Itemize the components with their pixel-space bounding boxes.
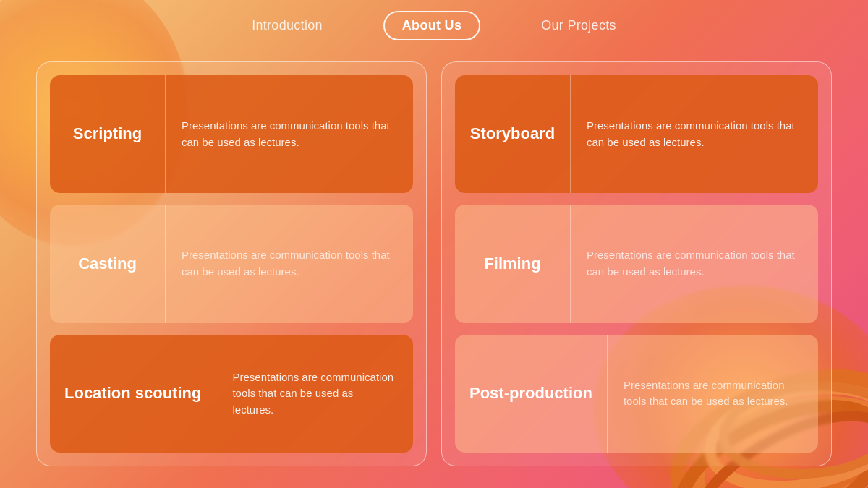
card-location-scouting-title: Location scouting (64, 383, 201, 404)
card-filming[interactable]: Filming Presentations are communication … (455, 205, 818, 322)
card-storyboard[interactable]: Storyboard Presentations are communicati… (455, 75, 818, 193)
card-casting[interactable]: Casting Presentations are communication … (50, 205, 413, 322)
card-filming-title-section: Filming (455, 205, 571, 322)
card-storyboard-title: Storyboard (470, 124, 555, 145)
card-casting-title: Casting (78, 254, 137, 275)
card-casting-desc-section: Presentations are communication tools th… (166, 205, 413, 322)
card-filming-title: Filming (484, 254, 540, 275)
card-storyboard-title-section: Storyboard (455, 75, 571, 193)
card-scripting-title-section: Scripting (50, 75, 166, 193)
card-filming-desc-section: Presentations are communication tools th… (571, 205, 818, 322)
navigation: Introduction About Us Our Projects (0, 0, 868, 51)
nav-our-projects[interactable]: Our Projects (524, 12, 634, 39)
right-panel: Storyboard Presentations are communicati… (441, 61, 832, 466)
card-storyboard-desc-section: Presentations are communication tools th… (571, 75, 818, 193)
card-scripting-description: Presentations are communication tools th… (182, 118, 397, 150)
card-scripting-desc-section: Presentations are communication tools th… (166, 75, 413, 193)
card-post-production-description: Presentations are communication tools th… (624, 377, 802, 410)
left-panel: Scripting Presentations are communicatio… (36, 61, 427, 466)
card-casting-description: Presentations are communication tools th… (182, 247, 397, 280)
card-location-scouting[interactable]: Location scouting Presentations are comm… (50, 335, 413, 453)
nav-about-us[interactable]: About Us (383, 11, 480, 40)
card-post-production-title: Post-production (469, 383, 592, 404)
card-post-production[interactable]: Post-production Presentations are commun… (455, 335, 818, 453)
main-content: Scripting Presentations are communicatio… (36, 61, 832, 466)
card-storyboard-description: Presentations are communication tools th… (587, 118, 802, 150)
card-casting-title-section: Casting (50, 205, 166, 322)
card-post-production-title-section: Post-production (455, 335, 608, 453)
card-location-scouting-description: Presentations are communication tools th… (232, 369, 397, 419)
card-post-production-desc-section: Presentations are communication tools th… (608, 335, 818, 453)
card-scripting-title: Scripting (73, 124, 142, 145)
nav-introduction[interactable]: Introduction (234, 12, 340, 39)
card-filming-description: Presentations are communication tools th… (587, 247, 802, 280)
card-scripting[interactable]: Scripting Presentations are communicatio… (50, 75, 413, 193)
card-location-scouting-title-section: Location scouting (50, 335, 216, 453)
card-location-scouting-desc-section: Presentations are communication tools th… (216, 335, 413, 453)
